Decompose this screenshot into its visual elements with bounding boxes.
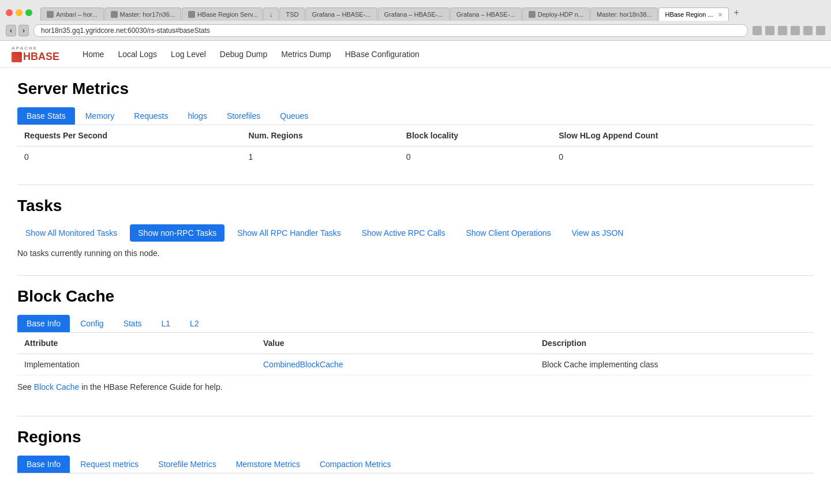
menu-icon [816,26,825,35]
no-tasks-message: No tasks currently running on this node. [17,249,814,258]
nav-home[interactable]: Home [83,50,104,59]
download-icon [753,26,762,35]
help-text-prefix: See [17,382,34,392]
tab-block-cache-config[interactable]: Config [71,315,113,332]
nav-hbase-config[interactable]: HBase Configuration [345,50,420,59]
tab-label: Grafana – HBASE-... [312,11,370,18]
tab-favicon [47,11,54,18]
tasks-title: Tasks [17,197,814,215]
browser-chrome: Ambari – hor... Master: hor17n36... HBas… [0,0,831,41]
attr-implementation: Implementation [17,354,256,375]
browser-tab[interactable]: Deploy-HDP n... [522,7,590,21]
maximize-button[interactable] [25,9,32,16]
hbase-logo-icon [12,52,22,62]
tab-label: ↓ [269,11,273,18]
address-bar[interactable]: hor18n35.gq1.ygridcore.net:60030/rs-stat… [33,24,748,37]
browser-tab[interactable]: Grafana – HBASE-... [305,7,377,21]
hbase-logo: APACHE HBASE [12,46,59,63]
tab-block-cache-base-info[interactable]: Base Info [17,315,70,332]
tab-regions-memstore-metrics[interactable]: Memstore Metrics [227,456,309,473]
regions-tabs: Base Info Request metrics Storefile Metr… [17,456,814,473]
logo-hbase-line: HBASE [12,51,59,63]
show-active-rpc-calls-button[interactable]: Show Active RPC Calls [354,224,454,242]
history-icon [778,26,787,35]
divider-3 [17,416,814,416]
logo-hbase-text: HBASE [23,51,59,63]
desc-implementation: Block Cache implementing class [535,354,814,375]
settings-icon [803,26,813,35]
tab-queues[interactable]: Queues [271,107,317,125]
close-button[interactable] [6,9,13,16]
browser-tab[interactable]: Grafana – HBASE-... [450,7,522,21]
col-requests-per-sec: Requests Per Second [17,125,242,146]
tab-hlogs[interactable]: hlogs [178,107,216,125]
browser-tab[interactable]: HBase Region Serv... [182,7,263,21]
tab-favicon [188,11,195,18]
browser-tab[interactable]: Master: hor18n38... [590,7,658,21]
tab-regions-request-metrics[interactable]: Request metrics [71,456,148,473]
tab-block-cache-l1[interactable]: L1 [152,315,180,332]
show-all-monitored-tasks-button[interactable]: Show All Monitored Tasks [17,224,125,242]
val-num-regions: 1 [242,146,399,168]
tab-base-stats[interactable]: Base Stats [17,107,75,125]
server-metrics-title: Server Metrics [17,80,814,98]
val-requests-per-sec: 0 [17,146,242,168]
tab-block-cache-l2[interactable]: L2 [181,315,208,332]
tasks-section: Tasks Show All Monitored Tasks Show non-… [17,197,814,258]
val-combined-block-cache: CombinedBlockCache [256,354,535,375]
nav-buttons: ‹ › [6,25,29,36]
tab-label: Master: hor18n38... [597,11,652,18]
extension-icon [791,26,800,35]
back-button[interactable]: ‹ [6,25,16,36]
val-block-locality: 0 [399,146,552,168]
col-value: Value [256,333,535,354]
help-text-suffix: in the HBase Reference Guide for help. [79,382,222,392]
tab-storefiles[interactable]: Storefiles [218,107,269,125]
tab-memory[interactable]: Memory [76,107,124,125]
forward-button[interactable]: › [18,25,29,36]
tab-label: Ambari – hor... [56,11,98,18]
block-cache-help-link[interactable]: Block Cache [34,382,80,392]
block-cache-table: Attribute Value Description Implementati… [17,333,814,375]
col-attribute: Attribute [17,333,256,354]
view-as-json-button[interactable]: View as JSON [563,224,631,242]
new-tab-button[interactable]: + [729,5,744,21]
tab-label: Grafana – HBASE-... [456,11,515,18]
col-block-locality: Block locality [399,125,552,146]
tab-regions-compaction-metrics[interactable]: Compaction Metrics [310,456,400,473]
divider-1 [17,185,814,185]
browser-tab[interactable]: Grafana – HBASE-... [378,7,450,21]
block-cache-title: Block Cache [17,287,814,306]
minimize-button[interactable] [16,9,23,16]
nav-debug-dump[interactable]: Debug Dump [220,50,268,59]
browser-addressbar: ‹ › hor18n35.gq1.ygridcore.net:60030/rs-… [0,21,831,40]
col-num-regions: Num. Regions [242,125,399,146]
nav-local-logs[interactable]: Local Logs [118,50,157,59]
combined-block-cache-link[interactable]: CombinedBlockCache [263,360,343,369]
regions-section: Regions Base Info Request metrics Storef… [17,428,814,473]
show-all-rpc-handler-tasks-button[interactable]: Show All RPC Handler Tasks [229,224,349,242]
browser-tab-active[interactable]: HBase Region ... ✕ [658,7,728,21]
task-buttons: Show All Monitored Tasks Show non-RPC Ta… [17,224,814,242]
nav-log-level[interactable]: Log Level [171,50,206,59]
regions-title: Regions [17,428,814,446]
server-metrics-section: Server Metrics Base Stats Memory Request… [17,80,814,167]
browser-tab[interactable]: Ambari – hor... [40,7,104,21]
browser-tab[interactable]: TSD [279,7,305,21]
browser-tab[interactable]: Master: hor17n36... [104,7,181,21]
tab-label: TSD [286,11,298,18]
table-row: 0 1 0 0 [17,146,814,168]
tab-block-cache-stats[interactable]: Stats [114,315,151,332]
tab-favicon [529,11,536,18]
tab-requests[interactable]: Requests [125,107,177,125]
tab-close-icon[interactable]: ✕ [718,12,723,18]
tab-regions-base-info[interactable]: Base Info [17,456,70,473]
browser-tab[interactable]: ↓ [263,7,279,21]
bookmark-icon [765,26,774,35]
app-nav: APACHE HBASE Home Local Logs Log Level D… [0,41,831,68]
tab-favicon [111,11,118,18]
tab-regions-storefile-metrics[interactable]: Storefile Metrics [149,456,225,473]
show-client-operations-button[interactable]: Show Client Operations [458,224,559,242]
show-non-rpc-tasks-button[interactable]: Show non-RPC Tasks [130,224,224,242]
nav-metrics-dump[interactable]: Metrics Dump [281,50,331,59]
